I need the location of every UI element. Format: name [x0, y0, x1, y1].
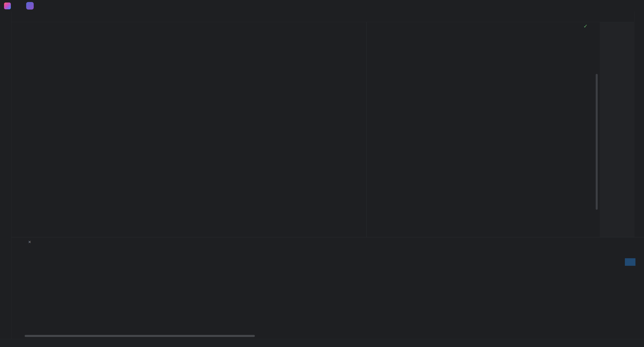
user-account-icon[interactable]	[561, 1, 571, 10]
more-actions-icon[interactable]	[532, 1, 541, 10]
hamburger-menu-icon[interactable]	[13, 1, 23, 10]
close-button[interactable]	[629, 1, 641, 11]
project-widget[interactable]	[24, 1, 40, 11]
app-menu-button[interactable]	[3, 1, 12, 10]
debug-button[interactable]	[521, 1, 531, 10]
minimap[interactable]	[600, 22, 634, 237]
minimize-button[interactable]	[603, 1, 615, 11]
inspections-widget: ✓	[580, 23, 596, 29]
status-bar	[0, 339, 644, 347]
run-tool-window: ×	[12, 237, 644, 339]
branch-widget[interactable]	[41, 5, 50, 7]
project-avatar	[26, 2, 34, 10]
inspection-status[interactable]: ✓	[583, 23, 589, 29]
run-panel-header: ×	[12, 237, 644, 246]
run-configuration-widget[interactable]	[501, 5, 510, 7]
editor-tab-bar	[0, 12, 644, 22]
editor[interactable]: ✓	[12, 22, 634, 237]
editor-vertical-scrollbar[interactable]	[596, 74, 598, 210]
left-tool-strip	[0, 12, 12, 339]
console-output[interactable]	[25, 257, 635, 327]
run-panel-toolbar	[12, 246, 644, 257]
check-icon: ✓	[583, 23, 588, 29]
settings-gear-icon[interactable]	[593, 1, 602, 10]
console-horizontal-scrollbar[interactable]	[25, 335, 255, 337]
maximize-button[interactable]	[616, 1, 628, 11]
right-margin-guide	[366, 22, 367, 237]
search-everywhere-icon[interactable]	[582, 1, 592, 10]
run-button[interactable]	[511, 1, 520, 10]
close-tab-icon[interactable]: ×	[28, 239, 31, 245]
translate-icon[interactable]	[572, 1, 581, 10]
title-bar	[0, 0, 644, 12]
editor-lines[interactable]	[12, 22, 634, 23]
run-panel-tab[interactable]: ×	[23, 239, 31, 245]
idea-logo-icon	[4, 3, 11, 9]
